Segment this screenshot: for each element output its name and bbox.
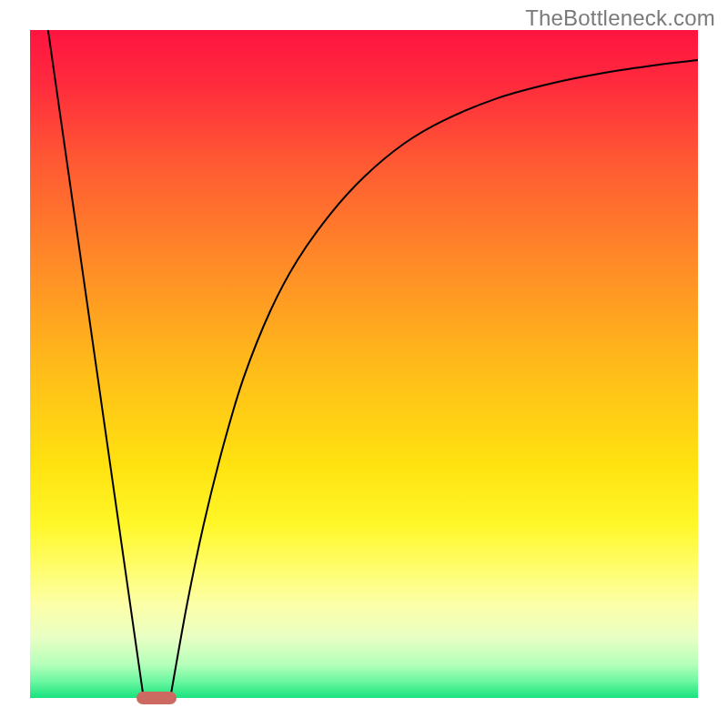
gradient-background: [30, 30, 698, 698]
watermark-text: TheBottleneck.com: [525, 5, 715, 31]
plot-frame: [30, 30, 698, 698]
plot-svg: [30, 30, 698, 698]
baseline-marker: [136, 692, 177, 704]
